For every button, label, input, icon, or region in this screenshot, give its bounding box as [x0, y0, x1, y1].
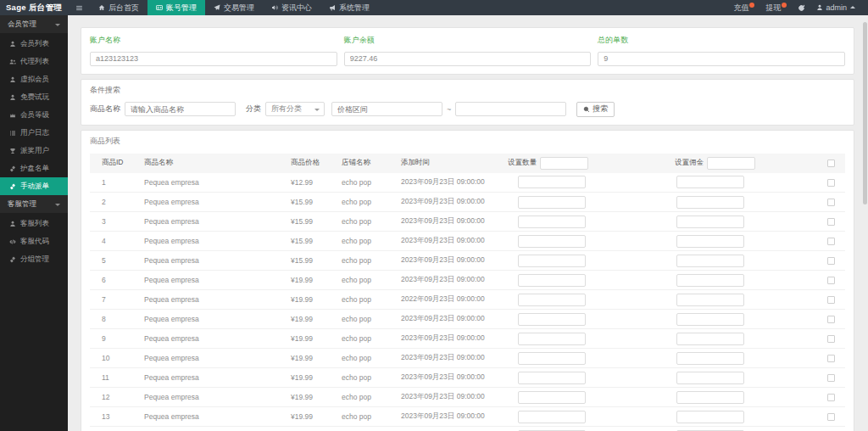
commission-input-row-13[interactable]: [676, 411, 744, 423]
commission-input-row-11[interactable]: [676, 372, 744, 384]
vertical-scrollbar[interactable]: [863, 15, 868, 431]
sidebar-item-4[interactable]: 虚拟会员: [0, 70, 68, 88]
sidebar-item-6[interactable]: 会员等级: [0, 106, 68, 124]
table-row: 10Pequea empresa¥19.99echo pop2023年09月23…: [90, 349, 845, 368]
table-row: 3Pequea empresa¥15.99echo pop2023年09月23日…: [90, 212, 845, 232]
row-checkbox-7[interactable]: [827, 296, 835, 304]
sidebar-item-label: 会员列表: [20, 39, 49, 49]
row-checkbox-13[interactable]: [827, 413, 835, 421]
sidebar-item-9[interactable]: 护盘名单: [0, 160, 68, 177]
product-price: ¥19.99: [291, 368, 342, 388]
top-nav-item-4[interactable]: 资讯中心: [263, 0, 320, 15]
commission-input-row-1[interactable]: [676, 176, 744, 188]
set-quantity-header-input[interactable]: [540, 157, 588, 170]
commission-input-row-12[interactable]: [676, 391, 744, 404]
people-icon: [9, 59, 16, 65]
hamburger-menu-button[interactable]: [68, 0, 90, 15]
product-name: Pequea empresa: [131, 193, 291, 212]
product-price: ¥15.99: [291, 232, 342, 251]
price-range-max-input[interactable]: [455, 102, 566, 116]
product-name: Pequea empresa: [131, 173, 291, 193]
recharge-badge: [749, 3, 754, 8]
commission-input-row-4[interactable]: [676, 235, 744, 248]
order-count-input[interactable]: [598, 52, 845, 66]
sidebar-item-14[interactable]: 分组管理: [0, 250, 68, 268]
chevron-down-icon: [314, 106, 320, 113]
quantity-input-row-12[interactable]: [518, 391, 586, 404]
column-header-2: 商品名称: [131, 154, 291, 173]
sidebar-item-label: 用户日志: [20, 128, 49, 138]
quantity-input-row-6[interactable]: [518, 274, 586, 287]
link-icon: [9, 256, 16, 263]
scrollbar-thumb[interactable]: [863, 22, 867, 204]
row-checkbox-5[interactable]: [827, 257, 835, 265]
quantity-input-row-13[interactable]: [518, 411, 586, 423]
row-checkbox-4[interactable]: [827, 238, 835, 245]
sidebar-item-2[interactable]: 会员列表: [0, 35, 68, 53]
sidebar-item-5[interactable]: 免费试玩: [0, 88, 68, 106]
sidebar-item-8[interactable]: 派奖用户: [0, 142, 68, 160]
quantity-input-row-9[interactable]: [518, 333, 586, 345]
sidebar-item-12[interactable]: 客服列表: [0, 215, 68, 232]
row-checkbox-2[interactable]: [827, 199, 835, 206]
commission-input-row-8[interactable]: [676, 313, 744, 326]
table-row: 2Pequea empresa¥15.99echo pop2023年09月23日…: [90, 193, 845, 212]
row-checkbox-11[interactable]: [827, 374, 835, 382]
search-button[interactable]: 搜索: [576, 102, 615, 117]
quantity-input-row-11[interactable]: [518, 372, 586, 384]
sidebar-item-7[interactable]: 用户日志: [0, 124, 68, 142]
quantity-input-row-8[interactable]: [518, 313, 586, 326]
withdraw-link[interactable]: 提现: [765, 3, 787, 14]
top-nav-item-2[interactable]: 账号管理: [147, 0, 205, 15]
sidebar-item-3[interactable]: 代理列表: [0, 53, 68, 70]
commission-input-row-9[interactable]: [676, 333, 744, 345]
user-menu[interactable]: admin: [816, 3, 856, 12]
top-nav-item-5[interactable]: 系统管理: [320, 0, 378, 15]
account-name-input[interactable]: [90, 52, 337, 66]
set-commission-header-input[interactable]: [707, 157, 755, 170]
sidebar-item-13[interactable]: 客服代码: [0, 232, 68, 250]
top-nav-item-1[interactable]: 后台首页: [90, 0, 147, 15]
product-name: Pequea empresa: [131, 329, 291, 349]
commission-input-row-2[interactable]: [676, 196, 744, 209]
row-checkbox-12[interactable]: [827, 394, 835, 401]
link-icon: [9, 165, 16, 172]
account-name-label: 账户名称: [90, 35, 337, 46]
row-checkbox-8[interactable]: [827, 316, 835, 323]
quantity-input-row-5[interactable]: [518, 255, 586, 267]
quantity-input-row-2[interactable]: [518, 196, 586, 209]
sidebar-item-10[interactable]: 手动派单: [0, 177, 68, 195]
commission-input-row-3[interactable]: [676, 216, 744, 228]
account-balance-input[interactable]: [344, 52, 592, 66]
quantity-input-row-3[interactable]: [518, 216, 586, 228]
select-all-checkbox[interactable]: [827, 160, 835, 167]
quantity-input-row-7[interactable]: [518, 294, 586, 306]
price-range-min-input[interactable]: [331, 102, 442, 116]
top-nav-item-3[interactable]: 交易管理: [205, 0, 263, 15]
top-nav-item-label: 交易管理: [224, 3, 254, 14]
row-checkbox-9[interactable]: [827, 335, 835, 343]
row-checkbox-6[interactable]: [827, 277, 835, 284]
row-checkbox-3[interactable]: [827, 218, 835, 226]
quantity-input-row-4[interactable]: [518, 235, 586, 248]
product-table-body: 1Pequea empresa¥12.99echo pop2023年09月23日…: [90, 173, 845, 431]
commission-input-row-7[interactable]: [676, 294, 744, 306]
sidebar-section-1[interactable]: 会员管理: [0, 15, 68, 33]
commission-input-row-5[interactable]: [676, 255, 744, 267]
refresh-icon[interactable]: [798, 4, 805, 12]
range-tilde: ~: [447, 105, 451, 114]
row-checkbox-10[interactable]: [827, 355, 835, 362]
sidebar-item-label: 客服代码: [20, 237, 49, 247]
commission-input-row-10[interactable]: [676, 352, 744, 365]
quantity-input-row-10[interactable]: [518, 352, 586, 365]
quantity-input-row-1[interactable]: [518, 176, 586, 188]
commission-input-row-6[interactable]: [676, 274, 744, 287]
category-select[interactable]: 所有分类: [265, 102, 325, 116]
sidebar-section-11[interactable]: 客服管理: [0, 195, 68, 213]
megaphone-icon: [271, 4, 278, 11]
row-checkbox-1[interactable]: [827, 179, 835, 187]
product-price: ¥19.99: [291, 388, 342, 407]
product-name-input[interactable]: [125, 102, 236, 116]
added-time: 2023年09月23日 09:00:00: [401, 232, 508, 251]
recharge-link[interactable]: 充值: [733, 3, 754, 14]
